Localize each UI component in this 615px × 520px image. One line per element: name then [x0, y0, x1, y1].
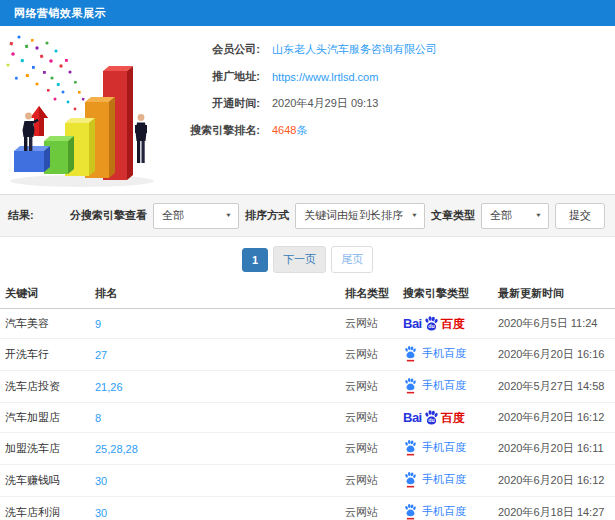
rank-type-cell: 云网站 [340, 497, 398, 520]
open-time-label: 开通时间: [168, 96, 260, 111]
info-row-url: 推广地址: https://www.lrtlsd.com [168, 63, 615, 90]
col-rank-type: 排名类型 [340, 280, 398, 309]
engine-filter-label: 分搜索引擎查看 [70, 208, 147, 223]
rank-cell[interactable]: 27 [90, 339, 340, 371]
col-engine-type: 搜索引擎类型 [398, 280, 493, 309]
confetti-dots [7, 35, 85, 110]
baidu-pc-logo: Bai du 百度 [403, 315, 465, 332]
col-keyword: 关键词 [0, 280, 90, 309]
rank-cell[interactable]: 30 [90, 465, 340, 497]
result-label: 结果: [8, 208, 34, 223]
table-row: 洗车店投资 21,26 云网站 手机百度 2020年5月27日 14:58 [0, 371, 615, 403]
mobile-baidu-paw-icon [403, 503, 418, 520]
engine-cell: Bai du 百度 [398, 309, 493, 339]
last-page-button[interactable]: 尾页 [331, 246, 373, 273]
page-header: 网络营销效果展示 [0, 0, 615, 26]
sort-filter-label: 排序方式 [245, 208, 289, 223]
col-updated: 最新更新时间 [493, 280, 615, 309]
keyword-cell: 洗车店利润 [0, 497, 90, 520]
rank-cell[interactable]: 30 [90, 497, 340, 520]
baidu-paw-icon: du [423, 409, 440, 426]
mobile-baidu-logo: 手机百度 [403, 471, 466, 488]
rank-cell[interactable]: 9 [90, 309, 340, 339]
svg-text:du: du [428, 323, 434, 329]
engine-select[interactable]: 全部 ▼ [153, 203, 239, 229]
company-name-link[interactable]: 山东老人头汽车服务咨询有限公司 [272, 43, 437, 55]
rank-cell[interactable]: 8 [90, 403, 340, 433]
rank-cell[interactable]: 21,26 [90, 371, 340, 403]
updated-cell: 2020年5月27日 14:58 [493, 371, 615, 403]
table-header-row: 关键词 排名 排名类型 搜索引擎类型 最新更新时间 [0, 280, 615, 309]
caret-down-icon: ▼ [411, 213, 418, 219]
article-type-label: 文章类型 [431, 208, 475, 223]
growth-chart-graphic [0, 26, 168, 194]
keyword-cell: 洗车赚钱吗 [0, 465, 90, 497]
engine-select-value: 全部 [162, 208, 219, 223]
ranking-count-unit: 条 [296, 124, 307, 136]
info-row-ranking-count: 搜索引擎排名: 4648条 [168, 117, 615, 144]
sort-select[interactable]: 关键词由短到长排序 ▼ [295, 203, 425, 229]
rank-type-cell: 云网站 [340, 433, 398, 465]
page-title: 网络营销效果展示 [14, 7, 106, 19]
ranking-count-value: 4648 [272, 124, 296, 136]
mobile-baidu-logo: 手机百度 [403, 503, 466, 520]
engine-cell: Bai du 百度 [398, 403, 493, 433]
updated-cell: 2020年6月5日 11:24 [493, 309, 615, 339]
promo-url-link[interactable]: https://www.lrtlsd.com [272, 71, 378, 83]
summary-section: 会员公司: 山东老人头汽车服务咨询有限公司 推广地址: https://www.… [0, 26, 615, 194]
engine-cell: 手机百度 [398, 465, 493, 497]
rank-type-cell: 云网站 [340, 371, 398, 403]
page-1-button[interactable]: 1 [242, 248, 268, 272]
table-row: 开洗车行 27 云网站 手机百度 2020年6月20日 16:16 [0, 339, 615, 371]
updated-cell: 2020年6月20日 16:12 [493, 403, 615, 433]
ranking-count-label: 搜索引擎排名: [168, 123, 260, 138]
company-label: 会员公司: [168, 42, 260, 57]
submit-button[interactable]: 提交 [555, 203, 605, 229]
svg-text:du: du [428, 417, 434, 423]
updated-cell: 2020年6月20日 16:12 [493, 465, 615, 497]
mobile-baidu-paw-icon [403, 471, 418, 488]
bar-chart-illustration [0, 26, 168, 194]
updated-cell: 2020年6月20日 16:11 [493, 433, 615, 465]
sort-select-value: 关键词由短到长排序 [304, 208, 405, 223]
engine-cell: 手机百度 [398, 339, 493, 371]
baidu-paw-icon: du [423, 315, 440, 332]
results-table: 关键词 排名 排名类型 搜索引擎类型 最新更新时间 汽车美容 9 云网站 Bai… [0, 280, 615, 520]
table-row: 洗车店利润 30 云网站 手机百度 2020年6月18日 14:27 [0, 497, 615, 520]
table-row: 加盟洗车店 25,28,28 云网站 手机百度 2020年6月20日 16:11 [0, 433, 615, 465]
businessman-right [135, 114, 147, 163]
keyword-cell: 开洗车行 [0, 339, 90, 371]
keyword-cell: 汽车美容 [0, 309, 90, 339]
mobile-baidu-logo: 手机百度 [403, 345, 466, 362]
rank-type-cell: 云网站 [340, 309, 398, 339]
mobile-baidu-logo: 手机百度 [403, 377, 466, 394]
info-row-company: 会员公司: 山东老人头汽车服务咨询有限公司 [168, 36, 615, 63]
keyword-cell: 加盟洗车店 [0, 433, 90, 465]
table-row: 汽车加盟店 8 云网站 Bai du 百度 2020年6月20日 16:12 [0, 403, 615, 433]
rank-type-cell: 云网站 [340, 465, 398, 497]
mobile-baidu-paw-icon [403, 439, 418, 456]
rank-type-cell: 云网站 [340, 339, 398, 371]
keyword-cell: 汽车加盟店 [0, 403, 90, 433]
caret-down-icon: ▼ [225, 213, 232, 219]
promo-url-label: 推广地址: [168, 69, 260, 84]
updated-cell: 2020年6月18日 14:27 [493, 497, 615, 520]
baidu-pc-logo: Bai du 百度 [403, 409, 465, 426]
mobile-baidu-paw-icon [403, 345, 418, 362]
engine-cell: 手机百度 [398, 497, 493, 520]
mobile-baidu-paw-icon [403, 377, 418, 394]
filter-bar: 结果: 分搜索引擎查看 全部 ▼ 排序方式 关键词由短到长排序 ▼ 文章类型 全… [0, 194, 615, 237]
engine-cell: 手机百度 [398, 371, 493, 403]
rank-cell[interactable]: 25,28,28 [90, 433, 340, 465]
open-time-value: 2020年4月29日 09:13 [272, 96, 378, 111]
next-page-button[interactable]: 下一页 [273, 246, 326, 273]
company-info-panel: 会员公司: 山东老人头汽车服务咨询有限公司 推广地址: https://www.… [168, 26, 615, 194]
caret-down-icon: ▼ [535, 213, 542, 219]
table-row: 洗车赚钱吗 30 云网站 手机百度 2020年6月20日 16:12 [0, 465, 615, 497]
updated-cell: 2020年6月20日 16:16 [493, 339, 615, 371]
keyword-cell: 洗车店投资 [0, 371, 90, 403]
pagination: 1 下一页 尾页 [0, 246, 615, 273]
engine-cell: 手机百度 [398, 433, 493, 465]
article-type-select[interactable]: 全部 ▼ [481, 203, 549, 229]
rank-type-cell: 云网站 [340, 403, 398, 433]
